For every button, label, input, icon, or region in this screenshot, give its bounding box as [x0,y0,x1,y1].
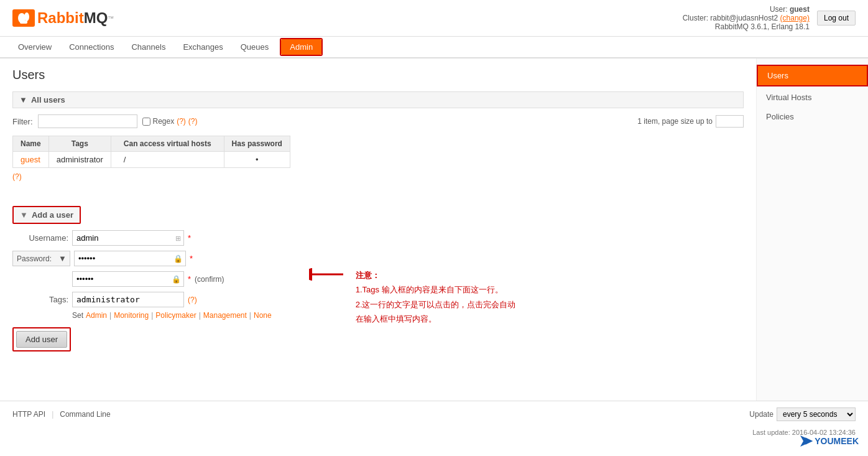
sidebar-vhosts-label: Virtual Hosts [766,93,811,102]
tag-sep3: | [199,311,201,320]
table-help-link[interactable]: (?) [12,172,22,181]
rabbit-logo-icon [17,12,30,24]
nav-overview[interactable]: Overview [9,37,60,57]
annotation-title: 注意： [356,268,516,282]
nav-admin[interactable]: Admin [281,39,321,55]
tags-label: Tags: [12,295,68,304]
svg-point-1 [24,12,29,21]
password-required: * [190,254,193,263]
password-icon: 🔒 [173,254,183,263]
nav-connections[interactable]: Connections [60,37,122,57]
username-display: guest [790,5,810,14]
col-password: Has password [224,136,290,152]
logo-tm: ™ [108,15,114,22]
sidebar-policies-label: Policies [766,112,794,121]
watermark-arrow-icon [800,435,813,439]
update-select[interactable]: every 5 seconds every 10 seconds every 3… [777,407,856,421]
tag-none-link[interactable]: None [254,311,272,320]
cell-password: • [224,152,290,168]
cluster-change-link[interactable]: (change) [780,14,810,22]
sidebar-item-policies[interactable]: Policies [757,107,868,126]
username-icon: ⊞ [175,234,181,242]
cell-vhosts: / [111,152,224,168]
last-update-label: Last update: [752,429,790,436]
all-users-title: All users [31,95,65,105]
logout-button[interactable]: Log out [817,11,856,26]
password-input[interactable] [74,251,186,266]
add-user-button[interactable]: Add user [16,331,67,348]
add-section-arrow: ▼ [20,210,28,220]
nav-queues[interactable]: Queues [232,37,278,57]
tag-monitoring-link[interactable]: Monitoring [114,311,149,320]
last-update-row: Last update: 2016-04-02 13:24:36 [0,427,868,439]
password-type-dropdown[interactable]: Password: ▼ [12,251,70,266]
tag-sep1: | [109,311,111,320]
regex-checkbox[interactable] [142,118,150,126]
filter-input[interactable] [38,114,137,128]
tag-admin-link[interactable]: Admin [86,311,107,320]
footer-update: Update every 5 seconds every 10 seconds … [749,407,856,421]
confirm-label: (confirm) [195,275,224,284]
logo-mq: MQ [84,9,108,27]
watermark: YOUMEEK [800,435,859,439]
tag-sep4: | [249,311,251,320]
password-label: Password: [13,252,55,266]
page-size-label: 1 item, page size up to [637,117,713,126]
footer-sep: | [52,410,53,419]
annotation-block: 注意： 1.Tags 输入框的内容是来自下面这一行。 2.这一行的文字是可以点击… [356,268,516,327]
section-collapse-arrow: ▼ [19,95,27,105]
password-confirm-required: * [188,274,191,284]
footer: HTTP API | Command Line Update every 5 s… [0,401,868,427]
annotation-line2: 2.这一行的文字是可以点击的，点击完会自动 [356,297,516,312]
footer-links: HTTP API | Command Line [12,410,111,419]
page-title: Users [12,68,744,82]
sidebar-item-virtual-hosts[interactable]: Virtual Hosts [757,88,868,107]
password-confirm-input[interactable] [72,271,184,287]
username-input[interactable] [72,230,184,246]
cell-name[interactable]: guest [13,152,49,168]
cluster-label: Cluster: [683,14,708,22]
cell-tags: administrator [48,152,111,168]
tags-help-link[interactable]: (?) [188,295,197,304]
sidebar: Users Virtual Hosts Policies [756,58,868,401]
col-tags: Tags [48,136,111,152]
page-size-input[interactable]: 100 [716,115,744,128]
col-name: Name [13,136,49,152]
table-row[interactable]: guest administrator / • [13,152,290,168]
col-vhosts: Can access virtual hosts [111,136,224,152]
command-line-link[interactable]: Command Line [60,410,110,419]
sidebar-users-label: Users [767,71,788,80]
svg-rect-2 [20,21,27,24]
nav-bar: Overview Connections Channels Exchanges … [0,37,868,58]
cluster-name: rabbit@judasnHost2 [710,14,778,22]
sidebar-item-users[interactable]: Users [758,66,867,85]
logo-rabbit: Rabbit [37,9,84,27]
svg-marker-6 [805,437,813,439]
nav-exchanges[interactable]: Exchanges [174,37,231,57]
regex-help1-link[interactable]: (?) [177,117,186,126]
users-table: Name Tags Can access virtual hosts Has p… [12,136,290,168]
http-api-link[interactable]: HTTP API [12,410,45,419]
username-required: * [188,233,191,243]
watermark-text: YOUMEEK [815,436,859,439]
all-users-section-header[interactable]: ▼ All users [12,91,744,108]
tags-input[interactable] [72,292,184,307]
username-label: Username: [12,233,68,243]
tag-management-link[interactable]: Management [203,311,247,320]
password-confirm-icon: 🔒 [172,275,181,284]
version-info: RabbitMQ 3.6.1, Erlang 18.1 [683,22,810,31]
dropdown-arrow: ▼ [55,251,70,266]
filter-label: Filter: [12,117,33,126]
red-arrow-icon [309,268,346,281]
update-label: Update [749,410,773,419]
tag-sep2: | [151,311,153,320]
add-user-title: Add a user [32,210,73,220]
regex-help2-link[interactable]: (?) [188,117,198,126]
regex-label: Regex [153,117,175,126]
nav-channels[interactable]: Channels [122,37,174,57]
header-info: User: guest Cluster: rabbit@judasnHost2 … [683,5,810,31]
add-user-section-header[interactable]: ▼ Add a user [12,206,81,224]
logo: RabbitMQ™ [12,9,114,27]
tag-policymaker-link[interactable]: Policymaker [155,311,196,320]
annotation-line1: 1.Tags 输入框的内容是来自下面这一行。 [356,282,516,297]
